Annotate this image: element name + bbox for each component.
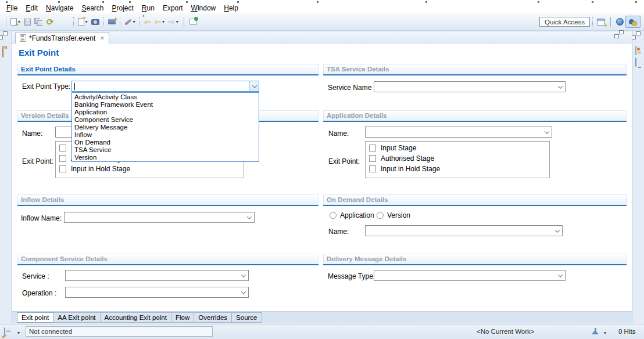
camera-icon bbox=[91, 19, 99, 25]
menu-edit[interactable]: Edit bbox=[22, 3, 42, 13]
listbox-option[interactable]: On Demand bbox=[72, 139, 259, 146]
combo-arrow-button[interactable] bbox=[553, 226, 562, 236]
listbox-option[interactable]: Activity/Activity Class bbox=[72, 93, 259, 101]
combo-value bbox=[66, 287, 239, 297]
application-name-label: Name: bbox=[328, 129, 349, 138]
tab-accounting-exit-point[interactable]: Accounting Exit point bbox=[100, 312, 171, 323]
checkbox-input-in-hold-stage[interactable] bbox=[369, 165, 376, 172]
listbox-option[interactable]: Inflow bbox=[72, 131, 259, 139]
new-wizard-icon bbox=[78, 18, 84, 26]
listbox-option[interactable]: Component Service bbox=[72, 116, 259, 124]
listbox-option[interactable]: Application bbox=[72, 109, 259, 116]
checkbox-input-stage[interactable] bbox=[59, 145, 66, 152]
service-combo[interactable] bbox=[65, 270, 249, 281]
chevron-down-icon bbox=[558, 84, 563, 88]
tab-exit-point[interactable]: Exit point bbox=[17, 312, 53, 323]
right-strip-outline-button[interactable] bbox=[635, 46, 636, 55]
menu-navigate[interactable]: Navigate bbox=[42, 3, 77, 13]
application-name-combo[interactable] bbox=[365, 127, 552, 138]
combo-arrow-button[interactable] bbox=[556, 82, 565, 92]
web-perspective-button[interactable] bbox=[614, 16, 625, 28]
radio-application[interactable] bbox=[330, 212, 337, 219]
pin-editor-button[interactable] bbox=[188, 16, 199, 28]
operation-combo[interactable] bbox=[65, 287, 249, 298]
menu-export[interactable]: Export bbox=[159, 3, 187, 13]
chevron-down-icon bbox=[558, 272, 563, 277]
open-perspective-button[interactable] bbox=[595, 16, 607, 28]
application-stage-group: Input Stage Authorised Stage Input in Ho… bbox=[365, 141, 550, 178]
on-demand-name-combo[interactable] bbox=[365, 225, 563, 236]
quick-access-box[interactable]: Quick Access bbox=[539, 17, 590, 27]
message-type-combo[interactable] bbox=[374, 270, 566, 281]
section-application-details: Application Details Name: Exit Point: In… bbox=[323, 110, 627, 192]
chevron-down-icon bbox=[252, 83, 256, 88]
refresh-button[interactable]: ⟳ bbox=[45, 16, 56, 28]
combo-arrow-button[interactable] bbox=[239, 271, 248, 280]
left-strip-project-explorer-button[interactable] bbox=[2, 49, 3, 57]
combo-arrow-button[interactable] bbox=[245, 212, 254, 222]
checkbox-input-in-hold-stage[interactable] bbox=[59, 165, 66, 172]
save-all-button[interactable] bbox=[33, 16, 45, 28]
back-button[interactable]: ⇦▾ bbox=[152, 16, 166, 28]
menu-bar: File Edit Navigate Search Project Run Ex… bbox=[0, 3, 644, 13]
radio-label: Application bbox=[340, 211, 374, 219]
right-strip-console-button[interactable] bbox=[635, 58, 636, 66]
editor-tab-fundstransfer[interactable]: *FundsTransfer.event ✕ bbox=[15, 32, 109, 44]
menu-search[interactable]: Search bbox=[77, 3, 108, 13]
listbox-option[interactable]: Delivery Message bbox=[72, 124, 259, 131]
radio-version[interactable] bbox=[377, 212, 384, 219]
checkbox-authorised-stage[interactable] bbox=[369, 155, 376, 162]
combo-value bbox=[366, 127, 542, 137]
chevron-down-icon bbox=[545, 129, 549, 134]
active-perspective-button[interactable] bbox=[625, 16, 641, 28]
inflow-name-combo[interactable] bbox=[64, 212, 255, 223]
listbox-option[interactable]: Version bbox=[72, 154, 259, 161]
close-icon[interactable]: ✕ bbox=[98, 35, 105, 41]
combo-arrow-button[interactable] bbox=[249, 81, 259, 91]
forward-button[interactable]: ⇨▾ bbox=[166, 16, 180, 28]
menu-window[interactable]: Window bbox=[187, 3, 220, 13]
new-file-icon bbox=[10, 18, 17, 26]
tab-source[interactable]: Source bbox=[231, 312, 262, 323]
connect-icon bbox=[4, 327, 5, 337]
checkbox-authorised-stage[interactable] bbox=[59, 155, 66, 162]
inflow-name-label: Inflow Name: bbox=[21, 214, 62, 222]
section-exit-point-details: Exit Point Details Exit Point Type: Acti… bbox=[17, 64, 319, 108]
combo-arrow-button[interactable] bbox=[239, 287, 248, 297]
menu-help[interactable]: Help bbox=[220, 3, 242, 13]
work-context-caret[interactable]: ▾ bbox=[604, 331, 606, 336]
section-rule bbox=[17, 74, 319, 75]
main-toolbar: ▾ ⟳ ▾ ▾ ✦⇦ ⇦▾ ⇨▾ Quick Access bbox=[0, 13, 644, 31]
service-label: Service : bbox=[22, 272, 49, 280]
service-name-combo[interactable] bbox=[374, 81, 566, 92]
chevron-down-icon bbox=[241, 272, 246, 277]
refresh-icon: ⟳ bbox=[46, 17, 54, 27]
section-title: Delivery Message Details bbox=[323, 254, 627, 264]
combo-arrow-button[interactable] bbox=[542, 127, 552, 137]
back-arrow-icon: ⇦ bbox=[154, 18, 161, 26]
back-to-annotation-button[interactable]: ✦⇦ bbox=[142, 16, 153, 28]
menu-run[interactable]: Run bbox=[138, 3, 159, 13]
new-button[interactable]: ▾ bbox=[9, 16, 22, 28]
snapshot-button[interactable] bbox=[90, 16, 101, 28]
menu-file[interactable]: File bbox=[2, 3, 22, 13]
exit-point-type-combo[interactable] bbox=[71, 81, 259, 92]
listbox-option[interactable]: Banking Framework Event bbox=[72, 101, 259, 109]
exit-point-type-listbox[interactable]: Activity/Activity Class Banking Framewor… bbox=[71, 92, 259, 162]
save-button[interactable] bbox=[22, 16, 33, 28]
tab-overrides[interactable]: Overrides bbox=[194, 312, 232, 323]
checkbox-input-stage[interactable] bbox=[369, 145, 376, 152]
new-wizard-button[interactable]: ▾ bbox=[76, 16, 90, 28]
menu-project[interactable]: Project bbox=[108, 3, 137, 13]
connect-dropdown-caret[interactable]: ▾ bbox=[17, 331, 20, 336]
tab-aa-exit-point[interactable]: AA Exit point bbox=[53, 312, 100, 323]
toolbar-separator bbox=[120, 17, 120, 27]
deploy-button[interactable] bbox=[106, 16, 117, 28]
toolbar-separator bbox=[73, 17, 74, 27]
connect-button[interactable] bbox=[4, 328, 5, 336]
section-rule bbox=[17, 205, 319, 206]
tab-flow[interactable]: Flow bbox=[171, 312, 194, 323]
run-external-tool-button[interactable]: ▾ bbox=[123, 16, 137, 28]
combo-arrow-button[interactable] bbox=[556, 271, 565, 280]
listbox-option[interactable]: TSA Service bbox=[72, 146, 259, 154]
